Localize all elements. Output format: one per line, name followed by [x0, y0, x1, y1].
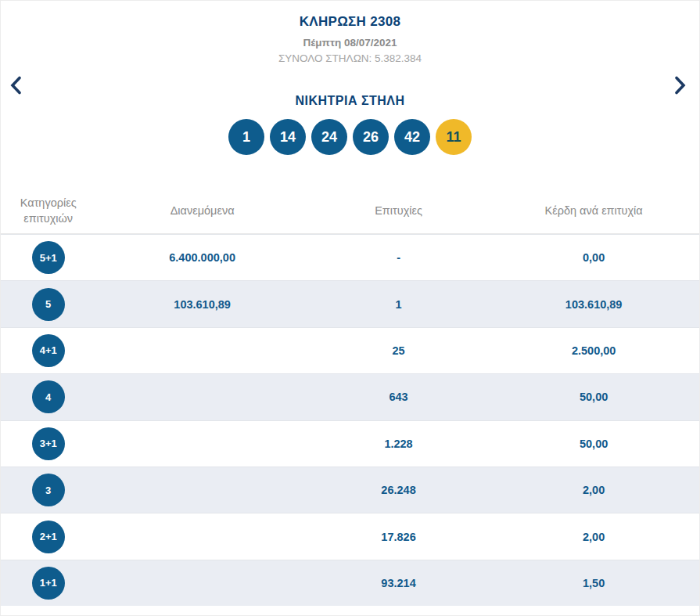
header-prize: Κέρδη ανά επιτυχία	[488, 204, 699, 219]
number-ball: 26	[353, 119, 389, 155]
table-row: 3+1 1.228 50,00	[1, 420, 699, 467]
category-badge: 4+1	[32, 334, 65, 367]
prize-value: 103.610,89	[488, 298, 699, 311]
header-winners: Επιτυχίες	[309, 204, 489, 219]
draw-date: Πέμπτη 08/07/2021	[1, 37, 699, 49]
number-ball: 1	[228, 119, 264, 155]
prize-value: 1,50	[488, 577, 699, 589]
winners-value: 643	[309, 391, 489, 403]
winners-value: 93.214	[309, 577, 489, 589]
table-row: 4+1 25 2.500,00	[1, 327, 699, 373]
distributed-value: 6.400.000,00	[95, 251, 308, 264]
prize-value: 50,00	[488, 391, 699, 403]
category-badge: 3+1	[32, 427, 65, 460]
category-badge: 4	[32, 380, 65, 413]
category-badge: 5	[32, 288, 65, 321]
joker-ball: 11	[436, 119, 472, 155]
draw-title: ΚΛΗΡΩΣΗ 2308	[1, 14, 699, 30]
table-row: 2+1 17.826 2,00	[1, 513, 699, 559]
header-distributed: Διανεμόμενα	[95, 204, 308, 219]
prize-value: 0,00	[488, 251, 699, 264]
category-badge: 1+1	[32, 567, 65, 600]
table-row: 4 643 50,00	[1, 373, 699, 420]
winners-value: 26.248	[309, 484, 489, 496]
winners-value: 1.228	[309, 438, 489, 450]
table-row: 1+1 93.214 1,50	[1, 560, 699, 606]
draw-header: ΚΛΗΡΩΣΗ 2308 Πέμπτη 08/07/2021 ΣΥΝΟΛΟ ΣΤ…	[1, 1, 699, 64]
table-row: 5 103.610,89 1 103.610,89	[1, 280, 699, 326]
prize-value: 50,00	[488, 438, 699, 450]
distributed-value: 103.610,89	[95, 298, 308, 311]
next-draw-button[interactable]	[668, 74, 691, 98]
number-ball: 42	[394, 119, 430, 155]
total-columns: ΣΥΝΟΛΟ ΣΤΗΛΩΝ: 5.382.384	[1, 52, 699, 64]
category-badge: 3	[32, 474, 65, 506]
prize-value: 2.500,00	[488, 344, 699, 357]
winning-column-title: ΝΙΚΗΤΡΙΑ ΣΤΗΛΗ	[1, 94, 699, 108]
prize-value: 2,00	[488, 531, 699, 543]
winners-value: -	[309, 251, 489, 264]
previous-draw-button[interactable]	[4, 74, 27, 98]
category-badge: 5+1	[32, 241, 65, 274]
table-row: 5+1 6.400.000,00 - 0,00	[1, 234, 699, 280]
prize-value: 2,00	[488, 484, 699, 496]
winners-value: 1	[309, 298, 489, 311]
winning-numbers: 1 14 24 26 42 11	[1, 119, 699, 155]
winners-value: 17.826	[309, 531, 489, 543]
category-badge: 2+1	[32, 521, 65, 553]
number-ball: 24	[311, 119, 347, 155]
chevron-right-icon	[674, 76, 686, 97]
header-categories: Κατηγορίες επιτυχιών	[1, 196, 95, 226]
table-row: 3 26.248 2,00	[1, 467, 699, 513]
winners-value: 25	[309, 344, 489, 357]
chevron-left-icon	[10, 76, 22, 97]
number-ball: 14	[270, 119, 306, 155]
draw-results-page: ΚΛΗΡΩΣΗ 2308 Πέμπτη 08/07/2021 ΣΥΝΟΛΟ ΣΤ…	[0, 0, 700, 616]
prizes-table: Κατηγορίες επιτυχιών Διανεμόμενα Επιτυχί…	[1, 189, 699, 606]
table-header-row: Κατηγορίες επιτυχιών Διανεμόμενα Επιτυχί…	[1, 189, 699, 234]
